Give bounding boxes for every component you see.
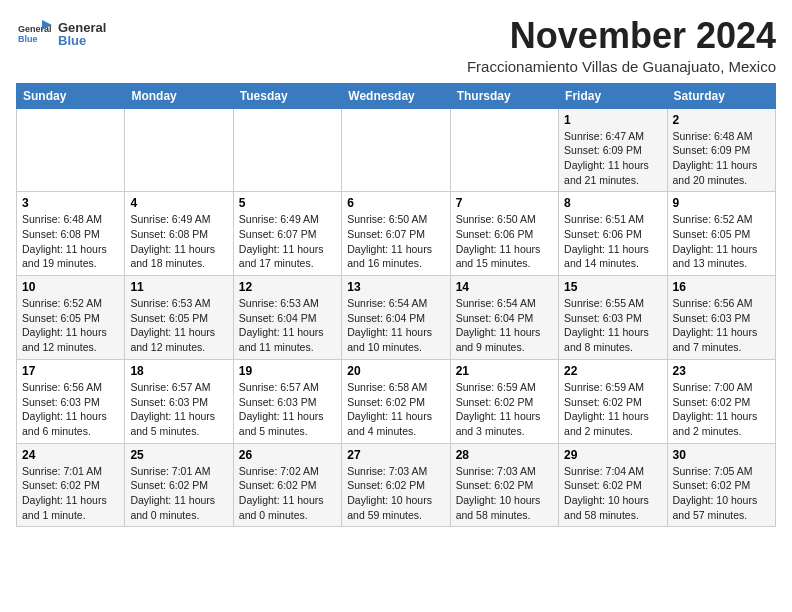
calendar-cell [125,108,233,192]
day-number: 2 [673,113,770,127]
logo-text-blue: Blue [58,33,106,48]
calendar-cell [450,108,558,192]
day-number: 6 [347,196,444,210]
calendar-cell: 10Sunrise: 6:52 AMSunset: 6:05 PMDayligh… [17,276,125,360]
calendar-cell: 17Sunrise: 6:56 AMSunset: 6:03 PMDayligh… [17,359,125,443]
day-number: 14 [456,280,553,294]
calendar-week-row: 24Sunrise: 7:01 AMSunset: 6:02 PMDayligh… [17,443,776,527]
day-info: Sunrise: 6:52 AMSunset: 6:05 PMDaylight:… [22,296,119,355]
calendar-cell: 19Sunrise: 6:57 AMSunset: 6:03 PMDayligh… [233,359,341,443]
day-number: 27 [347,448,444,462]
day-number: 13 [347,280,444,294]
day-number: 10 [22,280,119,294]
day-number: 19 [239,364,336,378]
calendar-cell: 21Sunrise: 6:59 AMSunset: 6:02 PMDayligh… [450,359,558,443]
calendar-header-monday: Monday [125,83,233,108]
calendar-header-thursday: Thursday [450,83,558,108]
day-info: Sunrise: 6:57 AMSunset: 6:03 PMDaylight:… [130,380,227,439]
calendar-cell: 28Sunrise: 7:03 AMSunset: 6:02 PMDayligh… [450,443,558,527]
day-info: Sunrise: 6:57 AMSunset: 6:03 PMDaylight:… [239,380,336,439]
calendar-cell: 11Sunrise: 6:53 AMSunset: 6:05 PMDayligh… [125,276,233,360]
calendar-header-tuesday: Tuesday [233,83,341,108]
day-info: Sunrise: 6:49 AMSunset: 6:08 PMDaylight:… [130,212,227,271]
calendar-table: SundayMondayTuesdayWednesdayThursdayFrid… [16,83,776,528]
title-block: November 2024 Fraccionamiento Villas de … [467,16,776,75]
calendar-cell: 22Sunrise: 6:59 AMSunset: 6:02 PMDayligh… [559,359,667,443]
day-info: Sunrise: 6:53 AMSunset: 6:05 PMDaylight:… [130,296,227,355]
page-header: General Blue General Blue November 2024 … [16,16,776,75]
calendar-cell: 7Sunrise: 6:50 AMSunset: 6:06 PMDaylight… [450,192,558,276]
day-number: 1 [564,113,661,127]
day-info: Sunrise: 7:02 AMSunset: 6:02 PMDaylight:… [239,464,336,523]
day-number: 29 [564,448,661,462]
calendar-cell: 3Sunrise: 6:48 AMSunset: 6:08 PMDaylight… [17,192,125,276]
day-info: Sunrise: 6:49 AMSunset: 6:07 PMDaylight:… [239,212,336,271]
day-number: 8 [564,196,661,210]
day-info: Sunrise: 6:53 AMSunset: 6:04 PMDaylight:… [239,296,336,355]
logo-icon: General Blue [16,16,52,52]
calendar-cell: 16Sunrise: 6:56 AMSunset: 6:03 PMDayligh… [667,276,775,360]
day-info: Sunrise: 6:55 AMSunset: 6:03 PMDaylight:… [564,296,661,355]
day-info: Sunrise: 6:54 AMSunset: 6:04 PMDaylight:… [456,296,553,355]
calendar-cell: 23Sunrise: 7:00 AMSunset: 6:02 PMDayligh… [667,359,775,443]
day-info: Sunrise: 6:50 AMSunset: 6:07 PMDaylight:… [347,212,444,271]
day-number: 12 [239,280,336,294]
calendar-cell: 15Sunrise: 6:55 AMSunset: 6:03 PMDayligh… [559,276,667,360]
day-number: 7 [456,196,553,210]
day-info: Sunrise: 6:58 AMSunset: 6:02 PMDaylight:… [347,380,444,439]
day-info: Sunrise: 7:03 AMSunset: 6:02 PMDaylight:… [456,464,553,523]
calendar-cell: 27Sunrise: 7:03 AMSunset: 6:02 PMDayligh… [342,443,450,527]
day-info: Sunrise: 6:59 AMSunset: 6:02 PMDaylight:… [564,380,661,439]
day-number: 22 [564,364,661,378]
calendar-cell: 14Sunrise: 6:54 AMSunset: 6:04 PMDayligh… [450,276,558,360]
day-number: 15 [564,280,661,294]
day-number: 11 [130,280,227,294]
calendar-cell: 13Sunrise: 6:54 AMSunset: 6:04 PMDayligh… [342,276,450,360]
day-info: Sunrise: 6:56 AMSunset: 6:03 PMDaylight:… [22,380,119,439]
svg-text:Blue: Blue [18,34,38,44]
day-number: 17 [22,364,119,378]
day-number: 20 [347,364,444,378]
calendar-header-saturday: Saturday [667,83,775,108]
calendar-cell: 29Sunrise: 7:04 AMSunset: 6:02 PMDayligh… [559,443,667,527]
calendar-cell: 8Sunrise: 6:51 AMSunset: 6:06 PMDaylight… [559,192,667,276]
calendar-cell: 26Sunrise: 7:02 AMSunset: 6:02 PMDayligh… [233,443,341,527]
day-info: Sunrise: 6:50 AMSunset: 6:06 PMDaylight:… [456,212,553,271]
calendar-cell: 20Sunrise: 6:58 AMSunset: 6:02 PMDayligh… [342,359,450,443]
calendar-cell [233,108,341,192]
day-number: 5 [239,196,336,210]
month-title: November 2024 [467,16,776,56]
day-info: Sunrise: 7:03 AMSunset: 6:02 PMDaylight:… [347,464,444,523]
calendar-header-row: SundayMondayTuesdayWednesdayThursdayFrid… [17,83,776,108]
calendar-week-row: 3Sunrise: 6:48 AMSunset: 6:08 PMDaylight… [17,192,776,276]
calendar-header-sunday: Sunday [17,83,125,108]
day-number: 21 [456,364,553,378]
day-number: 9 [673,196,770,210]
day-info: Sunrise: 7:04 AMSunset: 6:02 PMDaylight:… [564,464,661,523]
day-number: 23 [673,364,770,378]
day-info: Sunrise: 7:01 AMSunset: 6:02 PMDaylight:… [22,464,119,523]
calendar-cell: 25Sunrise: 7:01 AMSunset: 6:02 PMDayligh… [125,443,233,527]
day-info: Sunrise: 6:47 AMSunset: 6:09 PMDaylight:… [564,129,661,188]
calendar-cell: 5Sunrise: 6:49 AMSunset: 6:07 PMDaylight… [233,192,341,276]
calendar-cell: 30Sunrise: 7:05 AMSunset: 6:02 PMDayligh… [667,443,775,527]
day-number: 18 [130,364,227,378]
day-info: Sunrise: 7:00 AMSunset: 6:02 PMDaylight:… [673,380,770,439]
day-number: 30 [673,448,770,462]
calendar-cell: 24Sunrise: 7:01 AMSunset: 6:02 PMDayligh… [17,443,125,527]
day-info: Sunrise: 6:59 AMSunset: 6:02 PMDaylight:… [456,380,553,439]
location-subtitle: Fraccionamiento Villas de Guanajuato, Me… [467,58,776,75]
day-number: 4 [130,196,227,210]
day-number: 24 [22,448,119,462]
calendar-cell [17,108,125,192]
day-number: 28 [456,448,553,462]
day-info: Sunrise: 6:51 AMSunset: 6:06 PMDaylight:… [564,212,661,271]
day-info: Sunrise: 6:48 AMSunset: 6:08 PMDaylight:… [22,212,119,271]
day-info: Sunrise: 6:48 AMSunset: 6:09 PMDaylight:… [673,129,770,188]
calendar-cell: 2Sunrise: 6:48 AMSunset: 6:09 PMDaylight… [667,108,775,192]
logo: General Blue General Blue [16,16,106,52]
calendar-cell: 4Sunrise: 6:49 AMSunset: 6:08 PMDaylight… [125,192,233,276]
calendar-cell: 9Sunrise: 6:52 AMSunset: 6:05 PMDaylight… [667,192,775,276]
calendar-week-row: 1Sunrise: 6:47 AMSunset: 6:09 PMDaylight… [17,108,776,192]
calendar-cell [342,108,450,192]
